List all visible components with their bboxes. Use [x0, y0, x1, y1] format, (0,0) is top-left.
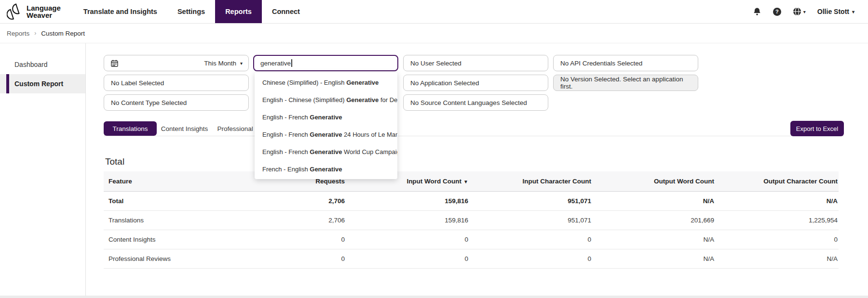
- cell-output-character-count: 0: [715, 236, 839, 243]
- tabs-divider: [104, 136, 844, 136]
- cell-requests: 0: [248, 236, 346, 243]
- search-input-value: generative: [260, 60, 291, 67]
- sort-descending-icon: ▼: [463, 179, 468, 184]
- suggestion-item[interactable]: Chinese (Simplified) - English Generativ…: [255, 74, 397, 91]
- user-filter[interactable]: No User Selected: [403, 55, 548, 71]
- main-menu: Translate and Insights Settings Reports …: [73, 0, 310, 23]
- column-header-output-word-count[interactable]: Output Word Count: [592, 178, 715, 185]
- chevron-down-icon: ▾: [240, 61, 243, 66]
- cell-feature: Total: [104, 197, 248, 205]
- cell-output-word-count: N/A: [592, 236, 715, 243]
- table-row-content-insights: Content Insights 0 0 0 N/A 0: [104, 230, 839, 249]
- cell-output-word-count: N/A: [592, 255, 715, 262]
- cell-input-character-count: 0: [469, 236, 592, 243]
- source-languages-filter[interactable]: No Source Content Languages Selected: [403, 94, 548, 111]
- content-type-filter[interactable]: No Content Type Selected: [104, 94, 249, 111]
- date-range-value: This Month: [204, 60, 236, 67]
- column-header-output-character-count[interactable]: Output Character Count: [715, 178, 839, 185]
- cell-input-word-count: 159,816: [346, 217, 469, 224]
- api-credentials-placeholder: No API Credentials Selected: [560, 60, 642, 67]
- application-filter-placeholder: No Application Selected: [410, 79, 479, 87]
- language-pair-suggestions-dropdown: Chinese (Simplified) - English Generativ…: [255, 72, 397, 179]
- cell-input-character-count: 951,071: [469, 197, 592, 205]
- nav-item-connect[interactable]: Connect: [262, 0, 310, 23]
- chevron-down-icon: ▾: [852, 9, 854, 14]
- cell-output-word-count: 201,669: [592, 217, 715, 224]
- sidebar-item-dashboard[interactable]: Dashboard: [0, 55, 85, 74]
- cell-feature: Translations: [104, 217, 248, 224]
- version-filter-disabled: No Version Selected. Select an applicati…: [553, 75, 698, 91]
- date-range-filter[interactable]: This Month ▾: [104, 55, 249, 71]
- table-row-total: Total 2,706 159,816 951,071 N/A N/A: [104, 192, 839, 211]
- calendar-icon: [111, 60, 118, 67]
- tab-translations[interactable]: Translations: [104, 121, 157, 136]
- nav-right-cluster: ? ▾ Ollie Stott ▾: [753, 0, 868, 23]
- nav-item-translate-and-insights[interactable]: Translate and Insights: [73, 0, 167, 23]
- label-filter-placeholder: No Label Selected: [111, 79, 164, 87]
- notifications-bell-icon[interactable]: [753, 7, 761, 16]
- chevron-down-icon: ▾: [803, 9, 806, 14]
- table-row-translations: Translations 2,706 159,816 951,071 201,6…: [104, 211, 839, 230]
- table-header-row: Feature Requests Input Word Count▼ Input…: [104, 171, 839, 192]
- cell-feature: Professional Reviews: [104, 255, 248, 262]
- export-to-excel-button[interactable]: Export to Excel: [790, 121, 844, 136]
- cell-output-character-count: N/A: [715, 197, 839, 205]
- language-pair-search-input[interactable]: generative: [253, 55, 398, 71]
- help-icon[interactable]: ?: [773, 8, 781, 16]
- suggestion-item[interactable]: English - Chinese (Simplified) Generativ…: [255, 91, 397, 108]
- column-header-feature[interactable]: Feature: [104, 178, 248, 185]
- language-globe-selector[interactable]: ▾: [793, 7, 806, 16]
- label-filter[interactable]: No Label Selected: [104, 75, 249, 91]
- application-filter[interactable]: No Application Selected: [403, 75, 548, 91]
- user-filter-placeholder: No User Selected: [410, 60, 461, 67]
- content-type-placeholder: No Content Type Selected: [111, 99, 187, 106]
- sidebar-item-custom-report[interactable]: Custom Report: [0, 74, 85, 93]
- cell-input-character-count: 0: [469, 255, 592, 262]
- column-header-input-character-count[interactable]: Input Character Count: [469, 178, 592, 185]
- user-name: Ollie Stott: [817, 8, 849, 15]
- text-cursor: [291, 59, 292, 67]
- cell-requests: 2,706: [248, 217, 346, 224]
- user-menu[interactable]: Ollie Stott ▾: [817, 8, 854, 15]
- cell-output-word-count: N/A: [592, 197, 715, 205]
- sidebar: Dashboard Custom Report: [0, 43, 86, 296]
- cell-requests: 2,706: [248, 197, 346, 205]
- suggestion-item[interactable]: English - French Generative 24 Hours of …: [255, 126, 397, 143]
- cell-input-character-count: 951,071: [469, 217, 592, 224]
- footer-strip: [0, 296, 868, 298]
- suggestion-item[interactable]: English - French Generative: [255, 108, 397, 126]
- tab-content-insights[interactable]: Content Insights: [157, 121, 212, 136]
- breadcrumb-reports-link[interactable]: Reports: [7, 30, 29, 37]
- cell-input-word-count: 0: [346, 236, 469, 243]
- brand-logo[interactable]: Language Weaver: [0, 0, 73, 23]
- version-filter-placeholder: No Version Selected. Select an applicati…: [560, 76, 692, 90]
- breadcrumb-current-page: Custom Report: [41, 30, 85, 37]
- suggestion-item[interactable]: French - English Generative: [255, 160, 397, 178]
- section-title: Total: [105, 156, 124, 167]
- table-row-professional-reviews: Professional Reviews 0 0 0 N/A N/A: [104, 249, 839, 269]
- nav-item-settings[interactable]: Settings: [167, 0, 215, 23]
- top-navigation-bar: Language Weaver Translate and Insights S…: [0, 0, 868, 24]
- nav-item-reports[interactable]: Reports: [215, 0, 262, 23]
- breadcrumb-separator-icon: ›: [34, 30, 36, 37]
- cell-output-character-count: 1,225,954: [715, 217, 839, 224]
- question-mark-glyph: ?: [773, 8, 781, 16]
- language-weaver-logo-icon: [7, 3, 23, 20]
- cell-feature: Content Insights: [104, 236, 248, 243]
- cell-input-word-count: 159,816: [346, 197, 469, 205]
- breadcrumb: Reports › Custom Report: [0, 24, 868, 43]
- cell-output-character-count: N/A: [715, 255, 839, 262]
- cell-input-word-count: 0: [346, 255, 469, 262]
- source-languages-placeholder: No Source Content Languages Selected: [410, 99, 527, 106]
- cell-requests: 0: [248, 255, 346, 262]
- brand-name: Language Weaver: [27, 4, 61, 19]
- suggestion-item[interactable]: English - French Generative World Cup Ca…: [255, 143, 397, 160]
- api-credentials-filter[interactable]: No API Credentials Selected: [553, 55, 698, 71]
- report-table: Feature Requests Input Word Count▼ Input…: [104, 171, 839, 269]
